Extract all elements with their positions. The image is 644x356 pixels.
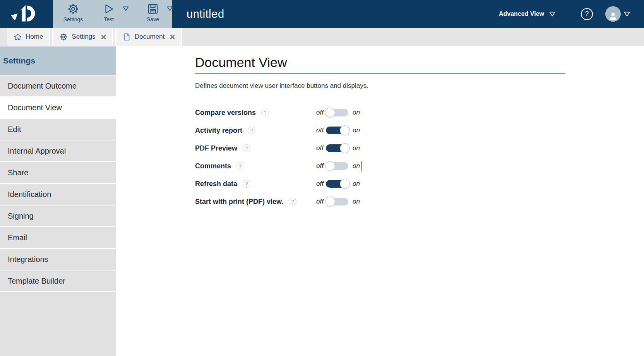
tab-home[interactable]: Home (7, 28, 50, 46)
sidebar-item-template-builder[interactable]: Template Builder (0, 270, 116, 292)
toggle-knob[interactable] (340, 143, 350, 153)
toggle-knob[interactable] (340, 125, 350, 135)
sidebar-header: Settings (0, 46, 116, 75)
topbar-right-group: Advanced View ? (499, 0, 644, 28)
text-cursor (361, 161, 361, 171)
sidebar-item-document-view[interactable]: Document View (0, 97, 116, 119)
setting-row-compare-versions: Compare versions ? off on (195, 104, 644, 122)
gear-icon (60, 33, 68, 41)
sidebar-item-signing[interactable]: Signing (0, 205, 116, 227)
toggle-group: off on (311, 108, 360, 118)
toggle-group: off on (311, 161, 361, 171)
toggle-group: off on (311, 197, 360, 207)
sidebar-item-share[interactable]: Share (0, 162, 116, 184)
settings-sidebar: Settings Document Outcome Document View … (0, 46, 116, 356)
help-tooltip-icon[interactable]: ? (236, 162, 244, 170)
view-mode-selector[interactable]: Advanced View (499, 10, 555, 17)
toggle-knob[interactable] (325, 197, 335, 207)
view-mode-label: Advanced View (499, 10, 544, 17)
on-label: on (353, 144, 360, 152)
test-button-label: Test (104, 16, 114, 22)
refresh-data-toggle[interactable] (325, 179, 350, 189)
setting-row-pdf-preview: PDF Preview ? off on (195, 139, 644, 157)
tab-document-label: Document (135, 33, 164, 41)
play-icon (103, 3, 115, 15)
toggle-group: off on (311, 143, 360, 153)
body-row: Settings Document Outcome Document View … (0, 46, 644, 356)
settings-rows: Compare versions ? off on Activity repor… (195, 104, 644, 211)
setting-label: Start with print (PDF) view. (195, 198, 283, 206)
comments-toggle[interactable] (325, 161, 350, 171)
toolbar: Settings Test (53, 0, 172, 28)
off-label: off (311, 127, 324, 134)
document-title[interactable]: untitled (187, 8, 224, 21)
on-label: on (353, 198, 360, 205)
setting-label: Activity report (195, 127, 242, 135)
sidebar-item-internal-approval[interactable]: Internal Approval (0, 140, 116, 162)
sidebar-item-edit[interactable]: Edit (0, 119, 116, 140)
setting-row-start-with-print-view: Start with print (PDF) view. ? off on (195, 193, 644, 211)
pdf-preview-toggle[interactable] (325, 143, 350, 153)
on-label: on (353, 127, 360, 134)
help-tooltip-icon[interactable]: ? (248, 127, 255, 134)
off-label: off (311, 180, 324, 188)
compare-versions-toggle[interactable] (325, 108, 350, 118)
off-label: off (311, 162, 324, 170)
settings-button[interactable]: Settings (62, 3, 84, 22)
tab-bar: Home Settings Document (0, 28, 644, 46)
save-button-label: Save (147, 16, 159, 22)
setting-label: Compare versions (195, 109, 256, 117)
question-mark-icon: ? (585, 10, 589, 18)
tab-settings-label: Settings (72, 33, 95, 41)
chevron-down-icon (549, 12, 555, 17)
help-tooltip-icon[interactable]: ? (261, 109, 269, 116)
start-with-print-view-toggle[interactable] (325, 197, 350, 207)
activity-report-toggle[interactable] (325, 125, 350, 135)
test-dropdown-arrow-icon[interactable] (123, 6, 129, 11)
setting-label: PDF Preview (195, 144, 237, 152)
setting-label: Refresh data (195, 180, 237, 188)
sidebar-item-identification[interactable]: Identification (0, 184, 116, 205)
top-bar: Settings Test (0, 0, 644, 28)
toggle-knob[interactable] (340, 179, 350, 189)
toggle-knob[interactable] (325, 161, 335, 171)
help-button[interactable]: ? (581, 8, 593, 20)
app-logo[interactable] (0, 0, 53, 28)
person-icon (608, 11, 618, 21)
save-icon (147, 3, 159, 15)
toggle-knob[interactable] (325, 108, 335, 118)
user-avatar[interactable] (605, 6, 621, 22)
document-icon (123, 33, 131, 41)
test-button[interactable]: Test (98, 3, 120, 22)
on-label: on (353, 109, 360, 116)
main-content: Document View Defines document view user… (116, 46, 644, 356)
tab-settings[interactable]: Settings (52, 28, 113, 46)
setting-row-refresh-data: Refresh data ? off on (195, 175, 644, 193)
page-title: Document View (195, 54, 565, 70)
page-title-block: Document View (195, 54, 565, 74)
gear-icon (67, 3, 79, 15)
setting-label: Comments (195, 162, 231, 170)
off-label: off (311, 144, 324, 152)
toggle-group: off on (311, 125, 360, 135)
save-dropdown-arrow-icon[interactable] (167, 6, 173, 11)
help-tooltip-icon[interactable]: ? (289, 198, 296, 205)
help-tooltip-icon[interactable]: ? (243, 180, 250, 188)
off-label: off (311, 109, 324, 116)
sidebar-item-document-outcome[interactable]: Document Outcome (0, 75, 116, 97)
avatar-dropdown-arrow-icon[interactable] (624, 12, 630, 17)
setting-row-activity-report: Activity report ? off on (195, 122, 644, 139)
close-icon[interactable] (170, 34, 175, 39)
tab-document[interactable]: Document (115, 28, 182, 46)
close-icon[interactable] (101, 34, 106, 39)
save-button[interactable]: Save (142, 3, 164, 22)
toggle-group: off on (311, 179, 360, 189)
settings-button-label: Settings (63, 16, 83, 22)
page-description: Defines document view user interface but… (195, 82, 644, 90)
app-window: Settings Test (0, 0, 644, 356)
sidebar-item-email[interactable]: Email (0, 227, 116, 249)
tab-home-label: Home (26, 33, 43, 41)
sidebar-item-integrations[interactable]: Integrations (0, 249, 116, 270)
help-tooltip-icon[interactable]: ? (243, 144, 250, 152)
brand-logo-icon (10, 3, 44, 24)
